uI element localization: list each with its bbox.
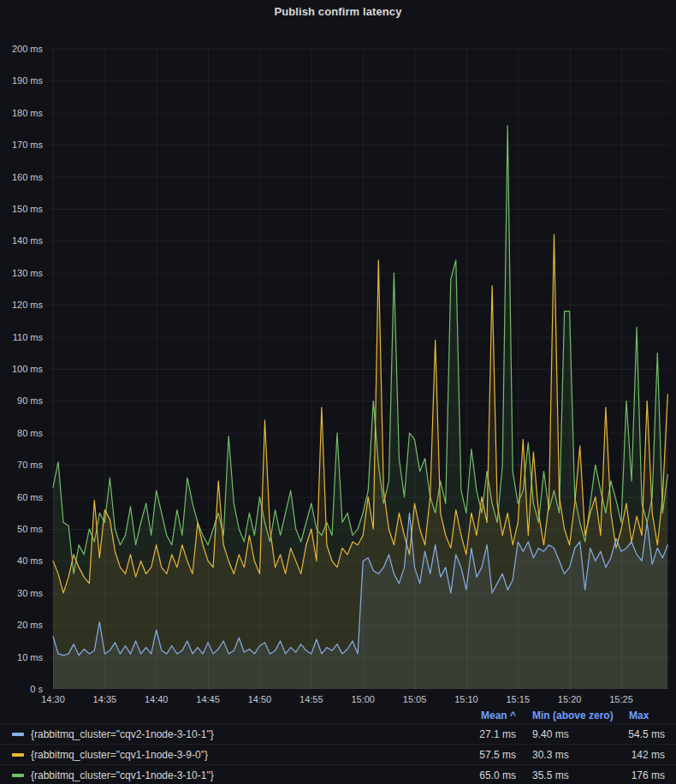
y-axis-tick-label: 160 ms [0,171,43,183]
legend-label-wrap: {rabbitmq_cluster="cqv1-1node-3-10-1"} [12,769,454,781]
legend-min-value: 35.5 ms [530,769,614,781]
legend-max-value: 54.5 ms [614,728,665,740]
legend-label-wrap: {rabbitmq_cluster="cqv1-1node-3-9-0"} [12,749,454,761]
x-axis-tick-label: 14:35 [79,693,130,705]
y-axis-tick-label: 100 ms [0,363,43,375]
y-axis-tick-label: 190 ms [0,74,43,86]
legend-min-value: 30.3 ms [530,749,614,761]
y-axis-tick-label: 20 ms [0,619,43,631]
legend-header-min[interactable]: Min (above zero) [530,710,614,722]
legend-series-label[interactable]: {rabbitmq_cluster="cqv2-1node-3-10-1"} [31,728,214,740]
y-axis-tick-label: 110 ms [0,331,43,343]
x-axis-tick-label: 15:15 [492,693,543,705]
legend-header-mean[interactable]: Mean ^ [454,710,530,722]
legend-label-wrap: {rabbitmq_cluster="cqv2-1node-3-10-1"} [12,728,454,740]
legend-mean-value: 57.5 ms [454,749,530,761]
y-axis-tick-label: 140 ms [0,235,43,246]
legend-min-value: 9.40 ms [530,728,614,740]
x-axis-tick-label: 15:00 [337,693,388,705]
y-axis-tick-label: 200 ms [0,43,43,55]
x-axis-tick-label: 14:45 [182,693,234,705]
y-axis-tick-label: 10 ms [0,651,43,663]
x-axis-tick-label: 15:20 [544,693,596,705]
y-axis-tick-label: 40 ms [0,555,43,567]
legend-row[interactable]: {rabbitmq_cluster="cqv1-1node-3-10-1"}65… [0,764,676,784]
legend-max-value: 142 ms [614,749,665,761]
legend-header-row: Mean ^ Min (above zero) Max [0,707,676,723]
x-axis-tick-label: 14:30 [27,693,79,705]
y-axis-tick-label: 60 ms [0,491,43,503]
chart-plot-area[interactable] [49,49,670,689]
x-axis-tick-label: 15:10 [441,693,492,705]
y-axis-tick-label: 130 ms [0,267,43,279]
x-axis-tick-label: 14:55 [286,693,337,705]
legend-mean-value: 65.0 ms [454,769,530,781]
series-color-swatch[interactable] [12,753,24,757]
x-axis-tick-label: 14:40 [131,693,182,705]
y-axis-tick-label: 90 ms [0,395,43,407]
x-axis-tick-label: 15:25 [596,693,647,705]
y-axis-tick-label: 70 ms [0,459,43,471]
legend-table: Mean ^ Min (above zero) Max {rabbitmq_cl… [0,707,676,784]
legend-row[interactable]: {rabbitmq_cluster="cqv2-1node-3-10-1"}27… [0,723,676,744]
series-color-swatch[interactable] [12,733,24,736]
time-series-chart [49,49,670,689]
y-axis-tick-label: 80 ms [0,427,43,439]
x-axis-tick-label: 14:50 [234,693,285,705]
legend-header-max[interactable]: Max [614,710,665,722]
legend-max-value: 176 ms [614,769,665,781]
legend-mean-value: 27.1 ms [454,728,530,740]
legend-series-label[interactable]: {rabbitmq_cluster="cqv1-1node-3-10-1"} [31,769,214,781]
y-axis-tick-label: 50 ms [0,523,43,535]
y-axis-tick-label: 180 ms [0,107,43,119]
y-axis-tick-label: 30 ms [0,587,43,599]
legend-row[interactable]: {rabbitmq_cluster="cqv1-1node-3-9-0"}57.… [0,744,676,764]
x-axis-tick-label: 15:05 [389,693,441,705]
series-color-swatch[interactable] [12,774,24,777]
y-axis-tick-label: 170 ms [0,139,43,151]
y-axis-tick-label: 120 ms [0,299,43,311]
legend-series-label[interactable]: {rabbitmq_cluster="cqv1-1node-3-9-0"} [31,749,208,761]
y-axis-tick-label: 150 ms [0,203,43,215]
panel-title: Publish confirm latency [0,5,676,18]
